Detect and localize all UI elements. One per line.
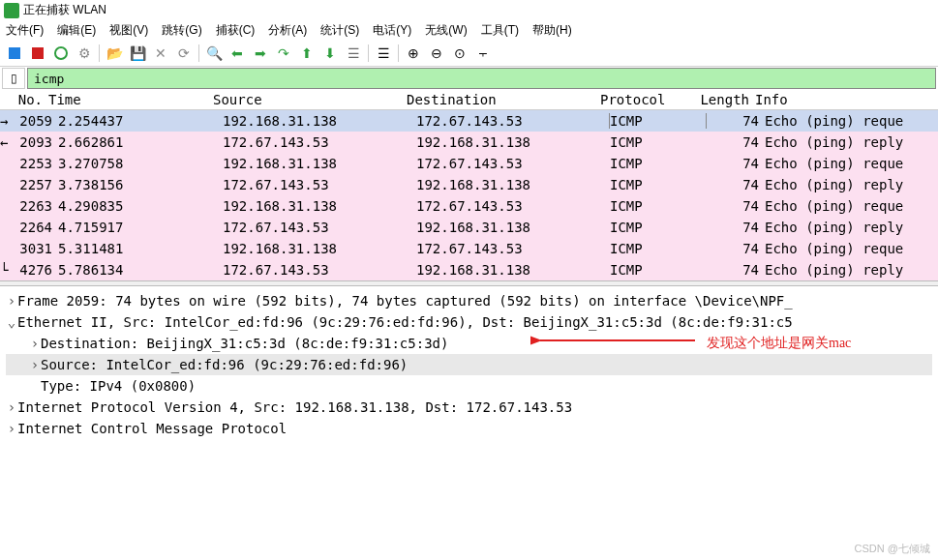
packet-columns-header: No. Time Source Destination Protocol Len…: [0, 90, 938, 110]
detail-eth-src[interactable]: ›Source: IntelCor_ed:fd:96 (9c:29:76:ed:…: [6, 354, 932, 375]
menu-edit[interactable]: 编辑(E): [57, 22, 96, 39]
annotation-text: 发现这个地址是网关mac: [707, 333, 851, 354]
menu-help[interactable]: 帮助(H): [532, 22, 572, 39]
autoscroll-icon[interactable]: ☰: [343, 43, 364, 64]
menu-file[interactable]: 文件(F): [6, 22, 44, 39]
prev-icon[interactable]: ⬅: [227, 43, 248, 64]
display-filter-input[interactable]: [27, 68, 936, 89]
zoom-reset-icon[interactable]: ⊙: [449, 43, 470, 64]
menu-bar: 文件(F) 编辑(E) 视图(V) 跳转(G) 捕获(C) 分析(A) 统计(S…: [0, 20, 938, 41]
col-length-header[interactable]: Length: [697, 92, 755, 107]
zoom-out-icon[interactable]: ⊖: [426, 43, 447, 64]
svg-point-2: [55, 47, 67, 59]
packet-row[interactable]: ←20932.662861172.67.143.53192.168.31.138…: [0, 132, 938, 153]
packet-row[interactable]: └42765.786134172.67.143.53192.168.31.138…: [0, 259, 938, 280]
reload-icon[interactable]: ⟳: [173, 43, 195, 64]
open-file-icon[interactable]: 📂: [104, 43, 125, 64]
stop-capture-icon[interactable]: [27, 43, 48, 64]
menu-analyze[interactable]: 分析(A): [268, 22, 307, 39]
packet-row[interactable]: →20592.254437192.168.31.138172.67.143.53…: [0, 110, 938, 132]
packet-row[interactable]: 22634.290835192.168.31.138172.67.143.53I…: [0, 195, 938, 217]
detail-frame[interactable]: ›Frame 2059: 74 bytes on wire (592 bits)…: [6, 290, 932, 311]
packet-row[interactable]: 22533.270758192.168.31.138172.67.143.53I…: [0, 153, 938, 174]
capture-options-icon[interactable]: ⚙: [74, 43, 95, 64]
chevron-right-icon[interactable]: ›: [6, 290, 17, 311]
menu-telephony[interactable]: 电话(Y): [373, 22, 411, 39]
col-no-header[interactable]: No.: [0, 92, 48, 107]
menu-statistics[interactable]: 统计(S): [320, 22, 359, 39]
detail-ethernet[interactable]: ⌄Ethernet II, Src: IntelCor_ed:fd:96 (9c…: [6, 311, 932, 333]
detail-ip[interactable]: ›Internet Protocol Version 4, Src: 192.1…: [6, 397, 932, 418]
annotation-arrow: [530, 323, 705, 352]
chevron-right-icon[interactable]: ›: [6, 418, 17, 439]
bookmark-filter-icon[interactable]: ▯: [2, 68, 25, 89]
packet-row[interactable]: 22573.738156172.67.143.53192.168.31.138I…: [0, 174, 938, 195]
chevron-right-icon[interactable]: ›: [29, 354, 41, 375]
zoom-in-icon[interactable]: ⊕: [403, 43, 424, 64]
menu-go[interactable]: 跳转(G): [162, 22, 201, 39]
go-last-icon[interactable]: ⬇: [319, 43, 341, 64]
col-protocol-header[interactable]: Protocol: [600, 92, 697, 107]
save-file-icon[interactable]: 💾: [127, 43, 148, 64]
svg-rect-1: [32, 47, 44, 59]
chevron-right-icon[interactable]: ›: [6, 397, 17, 418]
col-info-header[interactable]: Info: [755, 92, 938, 107]
row-marker: └: [0, 262, 10, 278]
title-bar: 正在捕获 WLAN: [0, 0, 938, 20]
menu-capture[interactable]: 捕获(C): [216, 22, 256, 39]
row-marker: →: [0, 113, 10, 129]
restart-capture-icon[interactable]: [50, 43, 72, 64]
chevron-down-icon[interactable]: ⌄: [6, 311, 17, 333]
colorize-icon[interactable]: ☰: [373, 43, 394, 64]
col-time-header[interactable]: Time: [48, 92, 213, 107]
menu-view[interactable]: 视图(V): [109, 22, 148, 39]
packet-list[interactable]: →20592.254437192.168.31.138172.67.143.53…: [0, 110, 938, 280]
col-destination-header[interactable]: Destination: [407, 92, 600, 107]
packet-row[interactable]: 22644.715917172.67.143.53192.168.31.138I…: [0, 217, 938, 238]
app-icon: [4, 3, 19, 18]
detail-eth-type[interactable]: Type: IPv4 (0x0800): [6, 375, 932, 397]
detail-icmp[interactable]: ›Internet Control Message Protocol: [6, 418, 932, 439]
packet-row[interactable]: 30315.311481192.168.31.138172.67.143.53I…: [0, 238, 938, 259]
resize-columns-icon[interactable]: ⫟: [472, 43, 494, 64]
packet-details-pane[interactable]: ›Frame 2059: 74 bytes on wire (592 bits)…: [0, 286, 938, 443]
toolbar: ⚙ 📂 💾 ✕ ⟳ 🔍 ⬅ ➡ ↷ ⬆ ⬇ ☰ ☰ ⊕ ⊖ ⊙ ⫟: [0, 41, 938, 67]
next-icon[interactable]: ➡: [250, 43, 271, 64]
menu-wireless[interactable]: 无线(W): [425, 22, 467, 39]
go-first-icon[interactable]: ⬆: [296, 43, 318, 64]
close-file-icon[interactable]: ✕: [150, 43, 171, 64]
row-marker: ←: [0, 134, 10, 150]
start-capture-icon[interactable]: [4, 43, 25, 64]
jump-icon[interactable]: ↷: [273, 43, 294, 64]
find-icon[interactable]: 🔍: [203, 43, 225, 64]
menu-tools[interactable]: 工具(T): [481, 22, 519, 39]
svg-rect-0: [9, 47, 20, 59]
filter-bar: ▯: [0, 67, 938, 90]
chevron-right-icon[interactable]: ›: [29, 333, 41, 354]
window-title: 正在捕获 WLAN: [23, 2, 106, 18]
col-source-header[interactable]: Source: [213, 92, 407, 107]
